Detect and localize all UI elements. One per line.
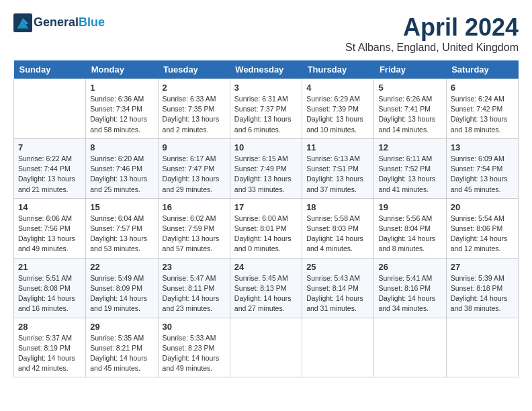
logo: GeneralBlue [13,13,105,32]
calendar-week-row: 7Sunrise: 6:22 AM Sunset: 7:44 PM Daylig… [14,138,519,198]
day-info: Sunrise: 5:41 AM Sunset: 8:16 PM Dayligh… [378,273,441,314]
calendar-table: SundayMondayTuesdayWednesdayThursdayFrid… [13,60,519,377]
calendar-cell: 27Sunrise: 5:39 AM Sunset: 8:18 PM Dayli… [446,258,518,318]
logo-icon [13,13,32,32]
day-number: 5 [378,83,441,93]
day-info: Sunrise: 6:29 AM Sunset: 7:39 PM Dayligh… [306,94,369,135]
day-number: 27 [451,262,514,272]
calendar-cell: 29Sunrise: 5:35 AM Sunset: 8:21 PM Dayli… [86,318,158,377]
calendar-cell: 30Sunrise: 5:33 AM Sunset: 8:23 PM Dayli… [158,318,230,377]
day-number: 15 [90,202,153,212]
calendar-cell: 19Sunrise: 5:56 AM Sunset: 8:04 PM Dayli… [374,198,446,258]
calendar-cell: 22Sunrise: 5:49 AM Sunset: 8:09 PM Dayli… [86,258,158,318]
calendar-cell: 13Sunrise: 6:09 AM Sunset: 7:54 PM Dayli… [446,138,518,198]
day-number: 22 [90,262,153,272]
calendar-cell: 4Sunrise: 6:29 AM Sunset: 7:39 PM Daylig… [302,79,374,139]
day-info: Sunrise: 5:39 AM Sunset: 8:18 PM Dayligh… [451,273,514,314]
calendar-cell [374,318,446,377]
calendar-week-row: 14Sunrise: 6:06 AM Sunset: 7:56 PM Dayli… [14,198,519,258]
day-info: Sunrise: 6:20 AM Sunset: 7:46 PM Dayligh… [90,154,153,195]
weekday-header: Thursday [302,60,374,79]
day-info: Sunrise: 6:15 AM Sunset: 7:49 PM Dayligh… [234,154,298,195]
calendar-cell: 21Sunrise: 5:51 AM Sunset: 8:08 PM Dayli… [14,258,86,318]
day-info: Sunrise: 6:06 AM Sunset: 7:56 PM Dayligh… [18,214,81,255]
day-info: Sunrise: 5:54 AM Sunset: 8:06 PM Dayligh… [451,214,514,255]
day-number: 19 [378,202,441,212]
day-number: 1 [90,83,153,93]
weekday-header: Sunday [14,60,86,79]
weekday-header: Saturday [446,60,518,79]
calendar-cell: 15Sunrise: 6:04 AM Sunset: 7:57 PM Dayli… [86,198,158,258]
day-number: 13 [451,142,514,152]
day-number: 23 [163,262,226,272]
day-info: Sunrise: 5:35 AM Sunset: 8:21 PM Dayligh… [90,333,153,374]
day-number: 20 [451,202,514,212]
calendar-cell: 23Sunrise: 5:47 AM Sunset: 8:11 PM Dayli… [158,258,230,318]
day-number: 4 [306,83,369,93]
weekday-header: Wednesday [230,60,302,79]
calendar-cell: 6Sunrise: 6:24 AM Sunset: 7:42 PM Daylig… [446,79,518,139]
logo-text: GeneralBlue [34,16,105,30]
calendar-cell: 20Sunrise: 5:54 AM Sunset: 8:06 PM Dayli… [446,198,518,258]
calendar-cell [446,318,518,377]
day-number: 12 [378,142,441,152]
day-number: 18 [306,202,369,212]
calendar-cell: 5Sunrise: 6:26 AM Sunset: 7:41 PM Daylig… [374,79,446,139]
calendar-cell [230,318,302,377]
day-info: Sunrise: 5:49 AM Sunset: 8:09 PM Dayligh… [90,273,153,314]
weekday-header: Tuesday [158,60,230,79]
day-info: Sunrise: 5:33 AM Sunset: 8:23 PM Dayligh… [163,333,226,374]
calendar-cell: 26Sunrise: 5:41 AM Sunset: 8:16 PM Dayli… [374,258,446,318]
day-info: Sunrise: 5:58 AM Sunset: 8:03 PM Dayligh… [306,214,369,255]
day-number: 3 [234,83,298,93]
day-info: Sunrise: 5:51 AM Sunset: 8:08 PM Dayligh… [18,273,81,314]
calendar-cell: 12Sunrise: 6:11 AM Sunset: 7:52 PM Dayli… [374,138,446,198]
month-title: April 2024 [345,13,519,42]
day-number: 11 [306,142,369,152]
day-number: 16 [163,202,226,212]
calendar-week-row: 21Sunrise: 5:51 AM Sunset: 8:08 PM Dayli… [14,258,519,318]
calendar-cell: 28Sunrise: 5:37 AM Sunset: 8:19 PM Dayli… [14,318,86,377]
location-title: St Albans, England, United Kingdom [345,42,519,54]
day-info: Sunrise: 6:22 AM Sunset: 7:44 PM Dayligh… [18,154,81,195]
day-info: Sunrise: 6:24 AM Sunset: 7:42 PM Dayligh… [451,94,514,135]
calendar-cell: 16Sunrise: 6:02 AM Sunset: 7:59 PM Dayli… [158,198,230,258]
day-info: Sunrise: 5:37 AM Sunset: 8:19 PM Dayligh… [18,333,81,374]
day-info: Sunrise: 6:04 AM Sunset: 7:57 PM Dayligh… [90,214,153,255]
day-info: Sunrise: 6:17 AM Sunset: 7:47 PM Dayligh… [163,154,226,195]
day-info: Sunrise: 5:56 AM Sunset: 8:04 PM Dayligh… [378,214,441,255]
day-number: 29 [90,322,153,332]
calendar-cell: 1Sunrise: 6:36 AM Sunset: 7:34 PM Daylig… [86,79,158,139]
day-number: 6 [451,83,514,93]
day-info: Sunrise: 6:02 AM Sunset: 7:59 PM Dayligh… [163,214,226,255]
day-info: Sunrise: 6:00 AM Sunset: 8:01 PM Dayligh… [234,214,298,255]
day-number: 7 [18,142,81,152]
calendar-cell: 18Sunrise: 5:58 AM Sunset: 8:03 PM Dayli… [302,198,374,258]
calendar-week-row: 28Sunrise: 5:37 AM Sunset: 8:19 PM Dayli… [14,318,519,377]
calendar-cell: 3Sunrise: 6:31 AM Sunset: 7:37 PM Daylig… [230,79,302,139]
day-info: Sunrise: 6:09 AM Sunset: 7:54 PM Dayligh… [451,154,514,195]
day-number: 8 [90,142,153,152]
calendar-cell: 17Sunrise: 6:00 AM Sunset: 8:01 PM Dayli… [230,198,302,258]
calendar-cell: 24Sunrise: 5:45 AM Sunset: 8:13 PM Dayli… [230,258,302,318]
calendar-cell: 7Sunrise: 6:22 AM Sunset: 7:44 PM Daylig… [14,138,86,198]
day-info: Sunrise: 6:26 AM Sunset: 7:41 PM Dayligh… [378,94,441,135]
calendar-week-row: 1Sunrise: 6:36 AM Sunset: 7:34 PM Daylig… [14,79,519,139]
day-number: 30 [163,322,226,332]
day-info: Sunrise: 6:13 AM Sunset: 7:51 PM Dayligh… [306,154,369,195]
calendar-cell [14,79,86,139]
calendar-cell: 8Sunrise: 6:20 AM Sunset: 7:46 PM Daylig… [86,138,158,198]
day-number: 17 [234,202,298,212]
calendar-cell: 10Sunrise: 6:15 AM Sunset: 7:49 PM Dayli… [230,138,302,198]
day-number: 14 [18,202,81,212]
calendar-cell: 14Sunrise: 6:06 AM Sunset: 7:56 PM Dayli… [14,198,86,258]
weekday-header: Friday [374,60,446,79]
day-info: Sunrise: 6:31 AM Sunset: 7:37 PM Dayligh… [234,94,298,135]
day-number: 9 [163,142,226,152]
calendar-cell: 11Sunrise: 6:13 AM Sunset: 7:51 PM Dayli… [302,138,374,198]
day-number: 24 [234,262,298,272]
calendar-cell: 2Sunrise: 6:33 AM Sunset: 7:35 PM Daylig… [158,79,230,139]
weekday-header: Monday [86,60,158,79]
day-info: Sunrise: 5:43 AM Sunset: 8:14 PM Dayligh… [306,273,369,314]
calendar-header: SundayMondayTuesdayWednesdayThursdayFrid… [14,60,519,79]
